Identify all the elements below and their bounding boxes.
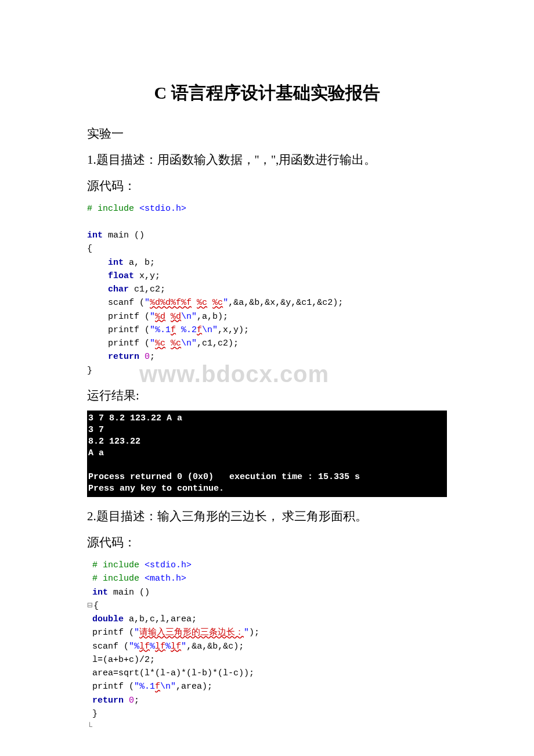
code-block-2: # include <stdio.h> # include <math.h> i… xyxy=(87,559,447,734)
doc-title: C 语言程序设计基础实验报告 xyxy=(87,81,447,105)
document-page: C 语言程序设计基础实验报告 实验一 1.题目描述：用函数输入数据，''，'',… xyxy=(0,0,534,756)
console-output-1: 3 7 8.2 123.22 A a 3 7 8.2 123.22 A a Pr… xyxy=(87,411,447,498)
run-result-label: 运行结果: xyxy=(87,384,447,407)
experiment-heading: 实验一 xyxy=(87,123,447,145)
source-code-label-2: 源代码： xyxy=(87,531,447,554)
source-code-label-1: 源代码： xyxy=(87,175,447,197)
watermark: www.bdocx.com xyxy=(139,361,329,387)
question-2-description: 2.题目描述：输入三角形的三边长， 求三角形面积。 xyxy=(87,505,447,528)
code-block-1: # include <stdio.h> int main () { int a,… xyxy=(87,202,447,377)
question-1-description: 1.题目描述：用函数输入数据，''，'',用函数进行输出。 xyxy=(87,149,447,171)
